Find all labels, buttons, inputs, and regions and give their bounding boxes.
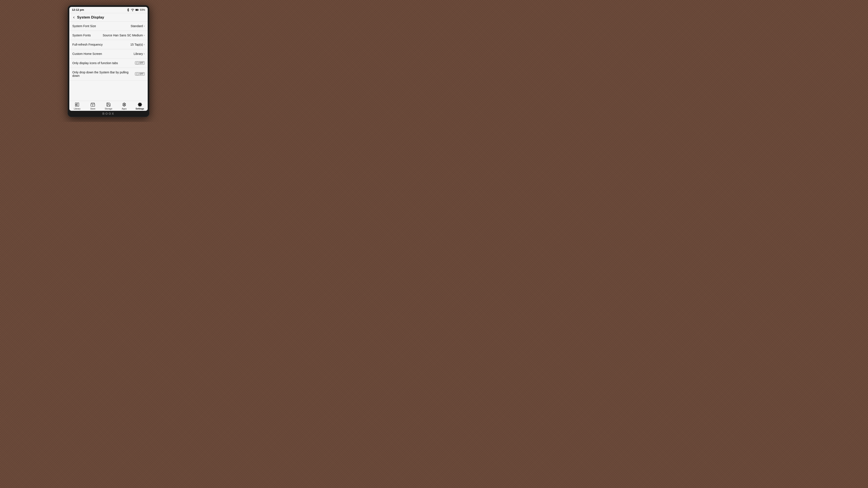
toggle-indicator-5 [136,73,138,75]
toggle-indicator-4 [136,62,138,64]
status-time: 12:12 pm [72,8,84,11]
setting-row-full-refresh[interactable]: Full-refresh Frequency 15 Tap(s) › [69,40,148,49]
boox-device: 12:12 pm 93% [68,5,149,117]
store-icon [90,102,95,107]
chevron-icon-2: › [144,43,145,46]
setting-label-full-refresh: Full-refresh Frequency [72,43,103,46]
setting-row-system-font-size[interactable]: System Font Size Standard › [69,22,148,31]
battery-percent: 93% [140,8,145,11]
setting-row-drop-down[interactable]: Only drop down the System Bar by pulling… [69,68,148,80]
device-screen: 12:12 pm 93% [69,7,148,111]
status-bar: 12:12 pm 93% [69,7,148,13]
chevron-icon-1: › [144,34,145,37]
status-icons: 93% [126,8,145,11]
svg-rect-4 [75,103,76,104]
page-header: System Display [69,13,148,22]
toggle-display-icons[interactable]: OFF [135,61,145,65]
device-logo: BOOX [102,112,115,115]
nav-label-storage: Storage [104,107,112,110]
bottom-nav: Library Store Storage [69,101,148,111]
battery-icon [135,8,139,11]
setting-row-display-icons[interactable]: Only display icons of function tabs OFF [69,59,148,68]
settings-icon [137,102,142,107]
svg-point-0 [132,11,133,11]
nav-label-settings: Settings [135,107,144,110]
nav-item-storage[interactable]: Storage [103,102,114,110]
setting-value-drop-down: OFF [135,72,145,75]
svg-rect-5 [75,105,76,106]
setting-value-custom-home: Library › [134,52,145,56]
setting-label-drop-down: Only drop down the System Bar by pulling… [72,71,135,77]
setting-value-display-icons: OFF [135,61,145,65]
bluetooth-icon [126,8,130,11]
setting-label-system-font-size: System Font Size [72,24,96,28]
settings-list: System Font Size Standard › System Fonts… [69,22,148,101]
wifi-icon [131,8,134,11]
page-title: System Display [77,15,104,20]
setting-row-system-fonts[interactable]: System Fonts Source Han Sans SC Medium › [69,31,148,40]
nav-label-library: Library [74,107,81,110]
back-arrow-icon [72,16,75,19]
nav-item-settings[interactable]: Settings [134,102,146,110]
setting-label-system-fonts: System Fonts [72,34,91,37]
setting-row-custom-home[interactable]: Custom Home Screen Library › [69,49,148,59]
nav-label-store: Store [90,107,95,110]
setting-label-display-icons: Only display icons of function tabs [72,61,118,65]
back-button[interactable] [72,16,75,19]
setting-value-system-font-size: Standard › [131,24,145,28]
toggle-drop-down[interactable]: OFF [135,72,145,75]
apps-icon [122,102,127,107]
nav-item-library[interactable]: Library [71,102,83,110]
nav-item-store[interactable]: Store [87,102,98,110]
svg-rect-6 [77,103,79,106]
nav-label-apps: Apps [122,107,127,110]
storage-icon [106,102,111,107]
setting-value-full-refresh: 15 Tap(s) › [130,43,145,46]
chevron-icon-0: › [144,24,145,28]
setting-value-system-fonts: Source Han Sans SC Medium › [103,34,145,37]
chevron-icon-3: › [144,52,145,55]
library-icon [75,102,80,107]
setting-label-custom-home: Custom Home Screen [72,52,102,56]
nav-item-apps[interactable]: Apps [119,102,130,110]
svg-rect-2 [135,9,138,10]
